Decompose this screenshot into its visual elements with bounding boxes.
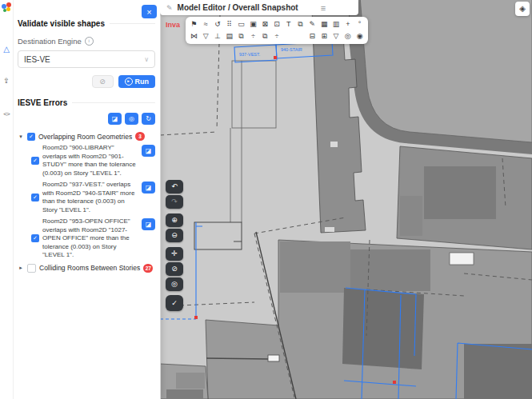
error-item: ✓ Room2D "900-LIBRARY" overlaps with Roo…: [31, 144, 155, 178]
point-tool-icon[interactable]: °: [354, 19, 366, 30]
model-viewport[interactable]: 937-VEST. 940-STAIR ✎ Model Editor / Ove…: [160, 0, 532, 399]
breadcrumb-bar: ✎ Model Editor / Overall Snapshot ≡: [160, 0, 358, 15]
validate-icon[interactable]: △: [1, 45, 12, 54]
menu-handle-icon[interactable]: ≡: [321, 3, 326, 13]
engine-select-value: IES-VE: [24, 55, 50, 64]
hide-button[interactable]: ⊘: [166, 262, 183, 276]
anchor-tool-icon[interactable]: ⊥: [212, 31, 224, 42]
caret-right-icon[interactable]: ▸: [18, 265, 24, 271]
confirm-button[interactable]: ✓: [166, 295, 183, 311]
redo-button[interactable]: ↷: [166, 195, 183, 209]
item-checkbox[interactable]: ✓: [31, 234, 39, 242]
collapse-tool-icon[interactable]: ⊟: [306, 31, 318, 42]
error-group-colliding[interactable]: ▸ Colliding Rooms Between Stories 27: [18, 264, 155, 273]
run-icon: ▸: [125, 78, 133, 86]
refresh-button[interactable]: ↻: [142, 113, 155, 125]
run-label: Run: [135, 78, 150, 86]
export-icon[interactable]: ⇪: [1, 77, 12, 85]
cancel-button[interactable]: ⊘: [92, 75, 114, 88]
align-tool-icon[interactable]: +: [342, 19, 354, 30]
copy-tool-icon[interactable]: ⧉: [235, 31, 247, 42]
spacing-tool-icon[interactable]: ÷: [271, 31, 283, 42]
toolbar-spacer: [294, 31, 306, 42]
group-label: Overlapping Room Geometries: [38, 133, 132, 141]
errors-title-row: IESVE Errors: [18, 98, 155, 107]
room-label-940-stair: 940-STAIR: [281, 47, 302, 52]
errors-title: IESVE Errors: [18, 98, 67, 107]
swap-tool-icon[interactable]: ▤: [223, 31, 235, 42]
panel-title: Validate visible shapes: [18, 19, 105, 28]
spline-tool-icon[interactable]: ≈: [200, 19, 212, 30]
grid-tool-icon[interactable]: ⊞: [318, 31, 330, 42]
error-item: ✓ Room2D "937-VEST." overlaps with Room2…: [31, 181, 155, 214]
errors-tree: ▾ ✓ Overlapping Room Geometries 3 ✓ Room…: [18, 132, 155, 273]
item-text: Room2D "953-OPEN OFFICE" overlaps with R…: [42, 217, 138, 260]
zoom-out-button[interactable]: ⊖: [166, 229, 183, 242]
visibility-tool-icon[interactable]: ◉: [354, 31, 366, 42]
mirror-tool-icon[interactable]: ⋈: [188, 31, 200, 42]
room-label-937-vest: 937-VEST.: [239, 52, 261, 57]
breadcrumb[interactable]: Model Editor / Overall Snapshot: [178, 3, 298, 12]
fit-view-button[interactable]: ✛: [166, 247, 183, 261]
flag-tool-icon[interactable]: ⚑: [188, 19, 200, 30]
image-delete-tool-icon[interactable]: ⊠: [259, 19, 271, 30]
grid-dots-tool-icon[interactable]: ⠿: [223, 19, 235, 30]
export-image-button[interactable]: ◪: [108, 113, 122, 125]
rotate-tool-icon[interactable]: ↺: [212, 19, 224, 30]
display-tool-icon[interactable]: ▭: [235, 19, 247, 30]
distribute-tool-icon[interactable]: ÷: [247, 31, 259, 42]
error-group-overlapping[interactable]: ▾ ✓ Overlapping Room Geometries 3: [18, 132, 155, 141]
edit-tool-icon[interactable]: ✎: [306, 19, 318, 30]
image-add-tool-icon[interactable]: ▣: [247, 19, 259, 30]
duplicate-tool-icon[interactable]: ⧉: [294, 19, 306, 30]
frame-tool-icon[interactable]: ⊡: [271, 19, 283, 30]
group-checkbox[interactable]: [27, 264, 36, 273]
slideshow-tool-icon[interactable]: ▥: [330, 19, 342, 30]
code-icon[interactable]: <>: [1, 110, 12, 118]
undo-button[interactable]: ↶: [166, 180, 183, 194]
close-panel-button[interactable]: ×: [142, 5, 157, 18]
error-count-badge: 27: [143, 264, 153, 273]
engine-select[interactable]: IES-VE ∨: [18, 50, 155, 68]
edit-pencil-icon[interactable]: ✎: [166, 4, 173, 12]
item-checkbox[interactable]: ✓: [31, 194, 39, 201]
engine-field-label: Destination Engine i: [18, 37, 155, 46]
filter-box-tool-icon[interactable]: ▽: [330, 31, 342, 42]
item-text: Room2D "900-LIBRARY" overlaps with Room2…: [42, 144, 138, 178]
run-button[interactable]: ▸ Run: [118, 75, 156, 88]
group-label: Colliding Rooms Between Stories: [39, 264, 140, 272]
chevron-down-icon: ∨: [144, 56, 149, 63]
engine-label-text: Destination Engine: [18, 37, 82, 46]
text-tool-icon[interactable]: T: [282, 19, 294, 30]
error-count-badge: 3: [135, 132, 145, 141]
paste-tool-icon[interactable]: ⧉: [259, 31, 271, 42]
item-text: Room2D "937-VEST." overlaps with Room2D …: [42, 181, 138, 214]
isolate-rooms-button[interactable]: ◪: [142, 145, 155, 157]
isolate-rooms-button[interactable]: ◪: [142, 218, 155, 230]
caret-down-icon[interactable]: ▾: [18, 134, 24, 140]
filter-tool-icon[interactable]: ▽: [200, 31, 212, 42]
group-checkbox[interactable]: ✓: [27, 133, 35, 141]
site-plan-svg[interactable]: 937-VEST. 940-STAIR: [160, 0, 532, 399]
app-logo[interactable]: [2, 2, 11, 12]
canvas-side-toolbar: ↶ ↷ ⊕ ⊖ ✛ ⊘ ◎ ✓: [166, 180, 183, 313]
zoom-box-tool-icon[interactable]: ◎: [342, 31, 354, 42]
pattern-tool-icon[interactable]: ▦: [318, 19, 330, 30]
view-options-button[interactable]: ◈: [515, 2, 530, 16]
app-rail: △ ⇪ <>: [0, 0, 14, 399]
toolbar-spacer: [282, 31, 294, 42]
info-icon[interactable]: i: [85, 37, 94, 46]
tool-palette: ⚑ ≈ ↺ ⠿ ▭ ▣ ⊠ ⊡ T ⧉ ✎ ▦ ▥ + ° ⋈ ▽ ⊥ ▤ ⧉ …: [186, 17, 368, 44]
preview-button[interactable]: ◎: [125, 113, 138, 125]
invalid-status-label: Inva: [166, 21, 186, 29]
zoom-in-button[interactable]: ⊕: [166, 213, 183, 227]
show-button[interactable]: ◎: [166, 277, 183, 291]
validate-panel: × Validate visible shapes Destination En…: [13, 0, 161, 399]
error-item: ✓ Room2D "953-OPEN OFFICE" overlaps with…: [31, 217, 155, 260]
panel-title-row: Validate visible shapes: [18, 19, 155, 28]
item-checkbox[interactable]: ✓: [31, 157, 39, 165]
isolate-rooms-button[interactable]: ◪: [142, 182, 155, 194]
